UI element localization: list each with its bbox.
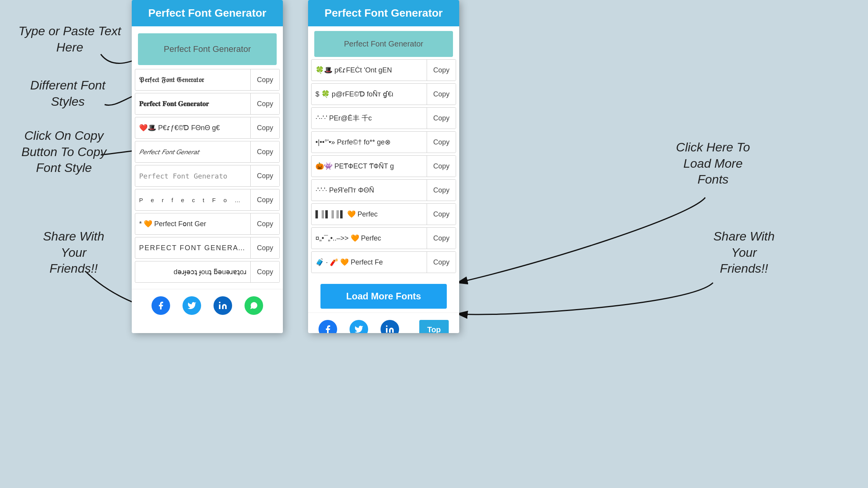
copy-button[interactable]: Copy (427, 84, 456, 105)
copy-button[interactable]: Copy (250, 141, 279, 162)
copy-button[interactable]: Copy (427, 108, 456, 129)
phone2-share-bar: Top (308, 313, 459, 333)
table-row: ɹoʇɐɹǝuǝƃ ʇuoɟ ʇɔǝɟɹǝd Copy (135, 261, 280, 283)
font-text: ɹoʇɐɹǝuǝƃ ʇuoɟ ʇɔǝɟɹǝd (135, 268, 250, 276)
copy-button[interactable]: Copy (427, 60, 456, 81)
phone1-share-bar (132, 289, 283, 320)
font-text: ·'·'·'· PeЯ'eΠт ΦΘÑ (312, 186, 427, 194)
table-row: ·'·'·'· PeЯ'eΠт ΦΘÑ Copy (311, 179, 456, 201)
font-text: 🎃👾 ΡΕƬФΕCТ ƬФÑТ g (312, 162, 427, 170)
table-row: P e r f e c t F o n t Copy (135, 189, 280, 211)
table-row: ❤️🎩 P€ɾƒ€©Ɗ FΘnΘ g€ Copy (135, 117, 280, 139)
twitter-share-button-2[interactable] (350, 320, 368, 333)
phone2: Perfect Font Generator Perfect Font Gene… (308, 0, 459, 333)
font-text: * 🧡 Perfect Fᴏnt Ger (135, 220, 250, 228)
phone1-input[interactable] (138, 33, 277, 65)
font-text: PERFECT FONT GENERATOR (135, 244, 250, 252)
copy-button[interactable]: Copy (250, 93, 279, 114)
font-text: ·'··'·' ΡΕr@Ē丰 千c (312, 113, 427, 123)
copy-button[interactable]: Copy (250, 237, 279, 258)
table-row: ·'··'·' ΡΕr@Ē丰 千c Copy (311, 107, 456, 129)
font-text: •|••°'•» Pεrfe©† fo** ge⊗ (312, 138, 427, 146)
annotation-diff-font: Different FontStyles (12, 77, 124, 110)
font-text: $ 🍀 p@rFE©Ɗ foÑт ɠ€ι (312, 90, 427, 98)
table-row: * 🧡 Perfect Fᴏnt Ger Copy (135, 213, 280, 235)
font-text: ❤️🎩 P€ɾƒ€©Ɗ FΘnΘ g€ (135, 124, 250, 132)
table-row: 𝐏𝐞𝐫𝐟𝐞𝐜𝐭 𝐅𝐨𝐧𝐭 𝐆𝐞𝐧𝐞𝐫𝐚𝐭𝐨𝐫 Copy (135, 93, 280, 115)
phone1-header: Perfect Font Generator (132, 0, 283, 26)
font-text: P e r f e c t F o n t (135, 197, 250, 203)
font-text: 🍀🎩 p€ɾFEĊt 'Ont gEN (312, 66, 427, 74)
copy-button[interactable]: Copy (427, 180, 456, 201)
font-text: 𝘗𝘦𝘳𝘧𝘦𝘤𝘵 𝘍𝘰𝘯𝘵 𝘎𝘦𝘯𝘦𝘳𝘢𝘵 (135, 148, 250, 156)
font-text: ▌║▌║║▌ 🧡 Perfec (312, 210, 427, 218)
font-text: ¤„•¯„•..–>> 🧡 Perfec (312, 234, 427, 242)
font-text: 𝔓𝔢𝔯𝔣𝔢𝔠𝔱 𝔉𝔬𝔫𝔱 𝔊𝔢𝔫𝔢𝔯𝔞𝔱𝔬𝔯 (135, 76, 250, 84)
annotation-share-right: Share WithYourFriends!! (690, 229, 798, 277)
copy-button[interactable]: Copy (250, 261, 279, 282)
copy-button[interactable]: Copy (427, 156, 456, 177)
whatsapp-share-button[interactable] (245, 296, 263, 315)
annotation-share-left: Share WithYourFriends!! (23, 229, 124, 277)
load-more-button[interactable]: Load More Fonts (320, 284, 447, 309)
table-row: ▌║▌║║▌ 🧡 Perfec Copy (311, 203, 456, 225)
phone1: Perfect Font Generator 𝔓𝔢𝔯𝔣𝔢𝔠𝔱 𝔉𝔬𝔫𝔱 𝔊𝔢𝔫𝔢… (132, 0, 283, 333)
copy-button[interactable]: Copy (250, 189, 279, 210)
table-row: •|••°'•» Pεrfe©† fo** ge⊗ Copy (311, 131, 456, 153)
copy-button[interactable]: Copy (250, 69, 279, 90)
table-row: ¤„•¯„•..–>> 🧡 Perfec Copy (311, 227, 456, 249)
facebook-share-button-2[interactable] (319, 320, 337, 333)
table-row: 🍀🎩 p€ɾFEĊt 'Ont gEN Copy (311, 59, 456, 81)
copy-button[interactable]: Copy (250, 117, 279, 138)
phone2-input-display: Perfect Font Generator (314, 31, 453, 57)
copy-button[interactable]: Copy (250, 213, 279, 234)
top-button[interactable]: Top (419, 320, 448, 333)
copy-button[interactable]: Copy (427, 252, 456, 273)
annotation-click-copy: Click On CopyButton To CopyFont Style (8, 128, 120, 176)
annotation-type-paste: Type or Paste Text Here (16, 23, 124, 55)
table-row: 𝔓𝔢𝔯𝔣𝔢𝔠𝔱 𝔉𝔬𝔫𝔱 𝔊𝔢𝔫𝔢𝔯𝔞𝔱𝔬𝔯 Copy (135, 69, 280, 91)
annotation-load-more: Click Here ToLoad MoreFonts (651, 139, 775, 188)
linkedin-share-button-2[interactable] (381, 320, 399, 333)
table-row: 𝙿𝚎𝚛𝚏𝚎𝚌𝚝 𝙵𝚘𝚗𝚝 𝙶𝚎𝚗𝚎𝚛𝚊𝚝𝚘 Copy (135, 165, 280, 187)
copy-button[interactable]: Copy (250, 165, 279, 186)
table-row: $ 🍀 p@rFE©Ɗ foÑт ɠ€ι Copy (311, 83, 456, 105)
font-text: 𝐏𝐞𝐫𝐟𝐞𝐜𝐭 𝐅𝐨𝐧𝐭 𝐆𝐞𝐧𝐞𝐫𝐚𝐭𝐨𝐫 (135, 100, 250, 108)
table-row: 𝘗𝘦𝘳𝘧𝘦𝘤𝘵 𝘍𝘰𝘯𝘵 𝘎𝘦𝘯𝘦𝘳𝘢𝘵 Copy (135, 141, 280, 163)
twitter-share-button[interactable] (183, 296, 201, 315)
table-row: 🎃👾 ΡΕƬФΕCТ ƬФÑТ g Copy (311, 155, 456, 177)
svg-point-1 (219, 302, 220, 303)
facebook-share-button[interactable] (152, 296, 170, 315)
table-row: PERFECT FONT GENERATOR Copy (135, 237, 280, 259)
linkedin-share-button[interactable] (214, 296, 232, 315)
phone2-font-list: 🍀🎩 p€ɾFEĊt 'Ont gEN Copy $ 🍀 p@rFE©Ɗ foÑ… (308, 59, 459, 279)
copy-button[interactable]: Copy (427, 132, 456, 153)
copy-button[interactable]: Copy (427, 228, 456, 249)
copy-button[interactable]: Copy (427, 204, 456, 225)
svg-point-2 (386, 325, 388, 327)
font-text: 𝙿𝚎𝚛𝚏𝚎𝚌𝚝 𝙵𝚘𝚗𝚝 𝙶𝚎𝚗𝚎𝚛𝚊𝚝𝚘 (135, 172, 250, 180)
font-text: 🧳 · 🧨 🧡 Perfect Fе (312, 258, 427, 266)
phone2-header: Perfect Font Generator (308, 0, 459, 26)
phone1-font-list: 𝔓𝔢𝔯𝔣𝔢𝔠𝔱 𝔉𝔬𝔫𝔱 𝔊𝔢𝔫𝔢𝔯𝔞𝔱𝔬𝔯 Copy 𝐏𝐞𝐫𝐟𝐞𝐜𝐭 𝐅𝐨𝐧𝐭… (132, 69, 283, 289)
table-row: 🧳 · 🧨 🧡 Perfect Fе Copy (311, 251, 456, 273)
